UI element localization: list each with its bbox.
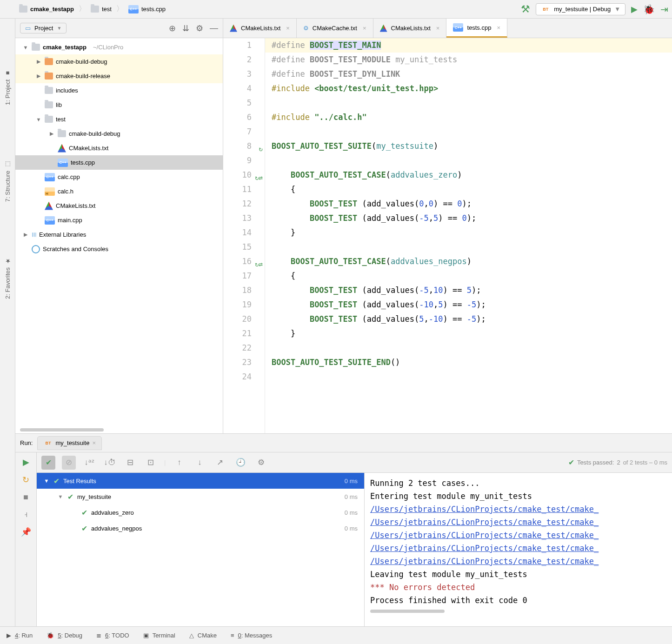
tree-item[interactable]: ▼test bbox=[15, 112, 223, 126]
tool-window-favorites[interactable]: 2: Favorites★ bbox=[4, 258, 11, 299]
bottom-tool-debug[interactable]: 🐞5: Debug bbox=[47, 632, 82, 639]
sort-duration-button[interactable]: ↓⏱ bbox=[103, 456, 117, 470]
sort-button[interactable]: ↓ᵃᶻ bbox=[82, 456, 96, 470]
stop-button[interactable]: ■ bbox=[23, 492, 28, 502]
bottom-tool-terminal[interactable]: ▣Terminal bbox=[143, 632, 175, 639]
run-tab-label: my_testsuite bbox=[55, 439, 89, 446]
tree-item[interactable]: C++calc.cpp bbox=[15, 170, 223, 184]
tree-item[interactable]: Hcalc.h bbox=[15, 184, 223, 199]
rerun-button[interactable]: ▶ bbox=[23, 457, 29, 467]
project-icon: ▭ bbox=[25, 25, 31, 32]
tree-item[interactable]: includes bbox=[15, 83, 223, 98]
editor-tabs: CMakeLists.txt×⚙CMakeCache.txt×CMakeList… bbox=[223, 19, 672, 38]
scrollbar[interactable] bbox=[15, 426, 223, 433]
bottom-tool-cmake[interactable]: △CMake bbox=[189, 632, 217, 639]
run-tab[interactable]: BT my_testsuite × bbox=[37, 436, 102, 450]
test-result-row[interactable]: ✔addvalues_negpos0 ms bbox=[37, 520, 364, 536]
breadcrumb: cmake_testapp 〉 test 〉 C++tests.cpp bbox=[16, 4, 521, 15]
debug-button[interactable]: 🐞 bbox=[643, 4, 655, 15]
locate-icon[interactable]: ⊕ bbox=[169, 23, 176, 33]
test-tree[interactable]: ▼✔Test Results0 ms▼✔my_testsuite0 ms✔add… bbox=[37, 473, 365, 626]
console-line: /Users/jetbrains/CLionProjects/cmake_tes… bbox=[370, 542, 666, 555]
test-result-row[interactable]: ✔addvalues_zero0 ms bbox=[37, 505, 364, 520]
run-config-area: ⚒ BT my_testsuite | Debug ▼ ▶ 🐞 ⇥ bbox=[521, 3, 668, 15]
folder-icon bbox=[91, 6, 99, 13]
next-button[interactable]: ↓ bbox=[193, 456, 206, 470]
tree-scratches[interactable]: Scratches and Consoles bbox=[15, 242, 223, 256]
run-side-toolbar: ▶ ↻ ■ ⫞ 📌 bbox=[15, 452, 37, 626]
scrollbar[interactable] bbox=[370, 610, 445, 613]
breadcrumb-root[interactable]: cmake_testapp bbox=[16, 4, 77, 14]
expand-button[interactable]: ⊟ bbox=[123, 456, 137, 470]
tool-window-structure[interactable]: 7: Structure⬚ bbox=[4, 161, 11, 202]
bottom-bar: ▶4: Run🐞5: Debug≣6: TODO▣Terminal△CMake≡… bbox=[0, 626, 672, 644]
rerun-failed-button[interactable]: ↻ bbox=[22, 475, 29, 485]
run-button[interactable]: ▶ bbox=[631, 4, 638, 14]
project-tree[interactable]: ▼cmake_testapp~/CLionPro▶cmake-build-deb… bbox=[15, 38, 223, 426]
export-button[interactable]: ↗ bbox=[213, 456, 227, 470]
run-config-label: my_testsuite | Debug bbox=[554, 6, 611, 13]
close-icon[interactable]: × bbox=[92, 439, 96, 446]
test-result-row[interactable]: ▼✔my_testsuite0 ms bbox=[37, 489, 364, 505]
collapse-button[interactable]: ⊡ bbox=[144, 456, 158, 470]
test-result-row[interactable]: ▼✔Test Results0 ms bbox=[37, 473, 364, 489]
console-line: /Users/jetbrains/CLionProjects/cmake_tes… bbox=[370, 529, 666, 542]
show-passed-button[interactable]: ✔ bbox=[41, 456, 55, 470]
project-view-dropdown[interactable]: ▭ Project ▼ bbox=[20, 23, 67, 33]
collapse-icon[interactable]: ⇊ bbox=[182, 23, 189, 33]
breadcrumb-file[interactable]: C++tests.cpp bbox=[126, 4, 168, 15]
tool-window-project[interactable]: 1: Project■ bbox=[4, 70, 11, 105]
console-line: /Users/jetbrains/CLionProjects/cmake_tes… bbox=[370, 516, 666, 529]
run-with-coverage-button[interactable]: ⇥ bbox=[660, 4, 668, 15]
bottom-tool-todo[interactable]: ≣6: TODO bbox=[96, 632, 129, 639]
editor-tab[interactable]: C++tests.cpp× bbox=[446, 19, 507, 38]
hide-icon[interactable]: — bbox=[210, 23, 218, 33]
settings-icon[interactable]: ⚙ bbox=[196, 23, 203, 33]
breadcrumb-folder[interactable]: test bbox=[88, 4, 114, 14]
chevron-down-icon: ▼ bbox=[57, 26, 61, 31]
build-button[interactable]: ⚒ bbox=[521, 3, 530, 15]
close-icon[interactable]: × bbox=[286, 25, 290, 32]
tree-item[interactable]: CMakeLists.txt bbox=[15, 141, 223, 155]
editor-tab[interactable]: CMakeLists.txt× bbox=[223, 19, 297, 38]
tree-item[interactable]: CMakeLists.txt bbox=[15, 199, 223, 213]
prev-button[interactable]: ↑ bbox=[172, 456, 186, 470]
bottom-tool-run[interactable]: ▶4: Run bbox=[7, 632, 33, 639]
code-editor[interactable]: 12345678↻910↻⇄111213141516↻⇄171819202122… bbox=[223, 38, 672, 433]
folder-icon bbox=[19, 6, 27, 13]
project-panel-title: Project bbox=[34, 25, 53, 32]
show-ignored-button[interactable]: ⊘ bbox=[62, 456, 76, 470]
tree-item[interactable]: ▶cmake-build-release bbox=[15, 69, 223, 83]
console-line: Running 2 test cases... bbox=[370, 477, 666, 490]
bottom-tool-messages[interactable]: ≡0: Messages bbox=[231, 632, 272, 639]
left-tool-gutter: 1: Project■7: Structure⬚2: Favorites★ bbox=[0, 19, 15, 626]
close-icon[interactable]: × bbox=[497, 24, 500, 31]
tree-item[interactable]: ▶cmake-build-debug bbox=[15, 54, 223, 69]
console-line: /Users/jetbrains/CLionProjects/cmake_tes… bbox=[370, 555, 666, 568]
console-line: Leaving test module my_unit_tests bbox=[370, 568, 666, 581]
history-button[interactable]: 🕘 bbox=[233, 456, 247, 470]
tree-external-libs[interactable]: ▶⦀⦀External Libraries bbox=[15, 227, 223, 242]
layout-button[interactable]: ⫞ bbox=[24, 510, 28, 519]
cpp-icon: C++ bbox=[128, 5, 139, 13]
tree-item[interactable]: C++main.cpp bbox=[15, 213, 223, 227]
run-panel: Run: BT my_testsuite × ▶ ↻ ■ ⫞ 📌 ✔ bbox=[15, 433, 672, 626]
code-content[interactable]: #define BOOST_TEST_MAIN#define BOOST_TES… bbox=[265, 38, 672, 433]
close-icon[interactable]: × bbox=[363, 25, 366, 32]
project-panel: ▭ Project ▼ ⊕ ⇊ ⚙ — ▼cmake_testapp~/CLio… bbox=[15, 19, 223, 433]
settings-button[interactable]: ⚙ bbox=[254, 456, 268, 470]
editor-tab[interactable]: CMakeLists.txt× bbox=[373, 19, 447, 38]
pin-button[interactable]: 📌 bbox=[21, 527, 31, 537]
tree-item[interactable]: lib bbox=[15, 98, 223, 112]
editor-tab[interactable]: ⚙CMakeCache.txt× bbox=[297, 19, 373, 38]
tree-item[interactable]: C++tests.cpp bbox=[15, 155, 223, 170]
console-output[interactable]: Running 2 test cases...Entering test mod… bbox=[365, 473, 672, 626]
close-icon[interactable]: × bbox=[436, 25, 440, 32]
project-panel-header: ▭ Project ▼ ⊕ ⇊ ⚙ — bbox=[15, 19, 223, 38]
run-config-dropdown[interactable]: BT my_testsuite | Debug ▼ bbox=[536, 3, 625, 15]
tree-root[interactable]: ▼cmake_testapp~/CLionPro bbox=[15, 40, 223, 54]
line-gutter[interactable]: 12345678↻910↻⇄111213141516↻⇄171819202122… bbox=[223, 38, 265, 433]
chevron-down-icon: ▼ bbox=[614, 6, 620, 13]
chevron-right-icon: 〉 bbox=[116, 4, 124, 14]
tree-item[interactable]: ▶cmake-build-debug bbox=[15, 126, 223, 141]
